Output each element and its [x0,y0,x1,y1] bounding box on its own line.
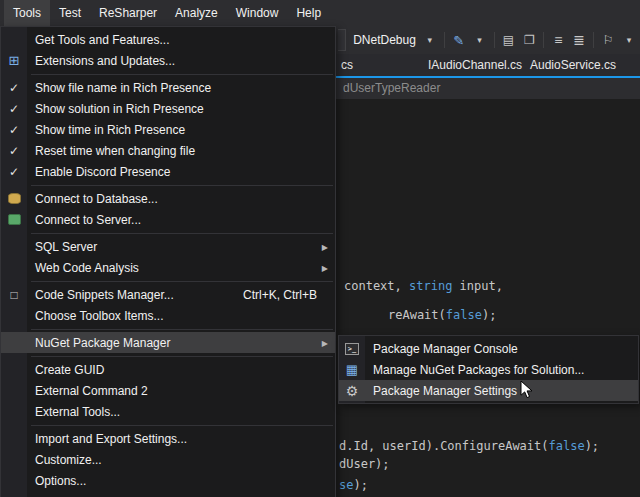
menu-item-label: External Tools... [35,405,120,419]
menu-item-code-snippets-manager[interactable]: Code Snippets Manager... Ctrl+K, Ctrl+B [1,284,335,305]
code-line: reAwait(false); [388,308,496,322]
menu-item-show-time[interactable]: Show time in Rich Presence [1,119,335,140]
menu-item-manage-nuget-packages[interactable]: Manage NuGet Packages for Solution... [339,359,638,380]
code-line: dUser); [339,457,390,471]
code-line: d.Id, userId).ConfigureAwait(false); [339,439,599,453]
debug-target-label[interactable]: DNetDebug [353,33,416,47]
menu-item-label: Enable Discord Presence [35,165,170,179]
menu-item-label: Code Snippets Manager... [35,288,174,302]
bookmark-icon[interactable] [601,32,615,48]
menubar-item-resharper[interactable]: ReSharper [90,0,166,26]
toolbar-separator [593,32,594,48]
menu-separator [31,233,333,234]
menu-item-label: Extensions and Updates... [35,54,175,68]
menu-item-label: Show file name in Rich Presence [35,81,211,95]
menu-item-package-manager-console[interactable]: Package Manager Console [339,338,638,359]
menu-item-web-code-analysis[interactable]: Web Code Analysis [1,257,335,278]
menu-item-options[interactable]: Options... [1,470,335,491]
menu-item-show-file-name[interactable]: Show file name in Rich Presence [1,77,335,98]
menu-item-get-tools-and-features[interactable]: Get Tools and Features... [1,29,335,50]
menu-item-create-guid[interactable]: Create GUID [1,359,335,380]
menu-separator [31,356,333,357]
menu-item-extensions-and-updates[interactable]: Extensions and Updates... [1,50,335,71]
open-folder-icon[interactable] [501,32,515,48]
tab-partial[interactable]: cs [341,54,353,76]
menu-item-nuget-package-manager[interactable]: NuGet Package Manager [1,332,335,353]
menu-item-icon [1,401,27,422]
menu-item-external-command-2[interactable]: External Command 2 [1,380,335,401]
menu-item-icon [1,380,27,401]
menu-item-label: Connect to Database... [35,192,158,206]
menu-item-icon [1,332,27,353]
tab-audioservice[interactable]: AudioService.cs [530,54,616,76]
menu-item-icon [1,470,27,491]
tools-menu: Get Tools and Features... Extensions and… [0,26,336,497]
server-icon [1,209,27,230]
menu-item-reset-time[interactable]: Reset time when changing file [1,140,335,161]
menu-item-connect-to-database[interactable]: Connect to Database... [1,188,335,209]
menu-item-external-tools[interactable]: External Tools... [1,401,335,422]
check-icon [1,161,27,182]
menu-item-icon [1,428,27,449]
menubar-item-tools[interactable]: Tools [4,0,50,26]
menu-item-choose-toolbox-items[interactable]: Choose Toolbox Items... [1,305,335,326]
menubar-item-window[interactable]: Window [227,0,288,26]
menu-item-enable-discord-presence[interactable]: Enable Discord Presence [1,161,335,182]
toolbar-separator [543,32,544,48]
menu-item-label: SQL Server [35,240,97,254]
code-line: context, string input, [344,279,503,293]
menu-item-show-solution[interactable]: Show solution in Rich Presence [1,98,335,119]
menu-item-label: Manage NuGet Packages for Solution... [373,363,584,377]
menu-item-customize[interactable]: Customize... [1,449,335,470]
menu-item-sql-server[interactable]: SQL Server [1,236,335,257]
menu-item-icon [1,449,27,470]
navigation-type-name[interactable]: dUserTypeReader [343,81,440,95]
menu-item-icon [1,257,27,278]
mouse-cursor [520,380,534,400]
menu-separator [31,185,333,186]
menu-item-package-manager-settings[interactable]: Package Manager Settings [339,380,638,401]
database-icon [1,188,27,209]
code-line: se); [339,478,368,492]
debug-target-dropdown-icon[interactable] [423,32,437,48]
menu-bar: Tools Test ReSharper Analyze Window Help [0,0,640,26]
menu-item-label: Show time in Rich Presence [35,123,185,137]
menu-item-label: External Command 2 [35,384,148,398]
menu-item-label: Get Tools and Features... [35,33,170,47]
vs-window: Tools Test ReSharper Analyze Window Help… [0,0,640,497]
list-icon[interactable] [551,32,565,48]
check-icon [1,77,27,98]
menu-separator [31,281,333,282]
menu-item-label: Show solution in Rich Presence [35,102,204,116]
menu-item-label: Package Manager Settings [373,384,517,398]
attach-dropdown-icon[interactable] [473,32,487,48]
console-icon [339,338,365,359]
menu-item-import-export-settings[interactable]: Import and Export Settings... [1,428,335,449]
extensions-icon [1,50,27,71]
gear-icon [339,380,365,401]
menu-item-label: Choose Toolbox Items... [35,309,164,323]
menu-item-icon [1,236,27,257]
menu-item-shortcut: Ctrl+K, Ctrl+B [243,288,317,302]
copy-docs-icon[interactable] [522,32,536,48]
menu-item-label: Package Manager Console [373,342,518,356]
check-icon [1,140,27,161]
menu-separator [31,329,333,330]
menubar-item-analyze[interactable]: Analyze [166,0,227,26]
submenu-arrow-icon [322,242,328,251]
menu-item-label: Connect to Server... [35,213,141,227]
toolbar-separator [494,32,495,48]
configuration-combo-edge[interactable] [338,29,346,51]
list-arrow-icon[interactable] [572,32,586,48]
submenu-arrow-icon [322,263,328,272]
menu-separator [31,74,333,75]
menu-item-label: Reset time when changing file [35,144,195,158]
nuget-package-manager-submenu: Package Manager Console Manage NuGet Pac… [338,335,639,404]
tab-iaudiochannel[interactable]: IAudioChannel.cs [428,54,522,76]
menu-item-connect-to-server[interactable]: Connect to Server... [1,209,335,230]
menubar-item-test[interactable]: Test [50,0,90,26]
toolbar-overflow-icon[interactable] [622,32,636,48]
menu-item-icon [1,359,27,380]
menubar-item-help[interactable]: Help [287,0,330,26]
attach-icon[interactable] [452,32,466,48]
